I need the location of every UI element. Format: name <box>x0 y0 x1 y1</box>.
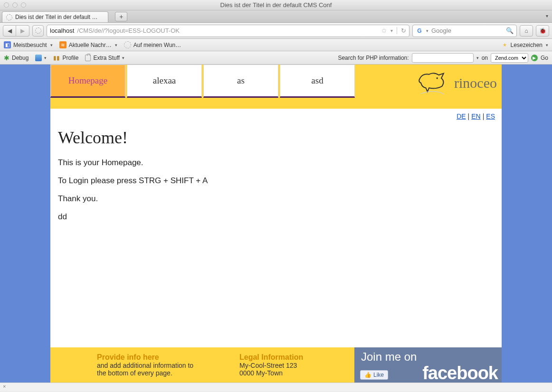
brand-text: rinoceo <box>454 75 497 91</box>
bookmark-label: Auf meinen Wun… <box>133 42 181 48</box>
status-close[interactable]: × <box>3 383 6 389</box>
footer-legal-line: 0000 My-Town <box>239 369 303 377</box>
php-search-label: Search for PHP information: <box>338 55 409 61</box>
google-icon: G <box>416 27 423 35</box>
page-content: Welcome! This is your Homepage. To Login… <box>50 120 502 235</box>
site-header: Homepage alexaa as asd rinoceo <box>50 65 502 109</box>
chevron-down-icon: ▾ <box>44 56 47 60</box>
extra-stuff-button[interactable]: Extra Stuff▾ <box>85 55 124 61</box>
search-placeholder: Google <box>431 27 451 34</box>
back-button[interactable]: ◀ <box>3 25 16 37</box>
bookmark-news[interactable]: ≋ Aktuelle Nachr… ▾ <box>59 41 117 48</box>
bookmark-label: Aktuelle Nachr… <box>69 42 112 48</box>
navigation-toolbar: ◀ ▶ localhost/CMS/de//?logout=ESS-LOGOUT… <box>0 23 552 39</box>
url-input[interactable]: localhost/CMS/de//?logout=ESS-LOGOUT-OK … <box>47 25 409 37</box>
site-container: Homepage alexaa as asd rinoceo DE|EN|ES … <box>50 65 502 383</box>
footer-legal-head: Legal Information <box>239 353 303 362</box>
url-path: /CMS/de//?logout=ESS-LOGOUT-OK <box>77 27 180 34</box>
php-site-select[interactable]: Zend.com <box>491 53 528 63</box>
nav-item-alexaa[interactable]: alexaa <box>127 65 202 98</box>
fb-like-button[interactable]: 👍 Like <box>360 370 388 380</box>
globe-spinner-icon <box>35 28 41 34</box>
home-button[interactable]: ⌂ <box>520 25 533 37</box>
page-viewport: Homepage alexaa as asd rinoceo DE|EN|ES … <box>0 65 552 383</box>
svg-point-0 <box>437 77 438 79</box>
image-icon <box>35 55 42 61</box>
bookmark-wishlist[interactable]: Auf meinen Wun… <box>124 41 181 48</box>
window-title: Dies ist der Titel in der default CMS Co… <box>0 1 552 9</box>
status-bar: × <box>0 383 552 391</box>
book-icon: ▮▮ <box>53 55 60 61</box>
page-heading: Welcome! <box>58 128 494 148</box>
search-input[interactable]: G ▾ Google 🔍 <box>412 25 517 37</box>
debug-button[interactable]: ✱Debug <box>4 54 29 62</box>
bug-icon: ✱ <box>4 54 10 62</box>
feed-icon[interactable]: ✩ <box>381 27 387 34</box>
footer-info-line: and add additional information to <box>97 362 222 369</box>
page-icon <box>124 41 131 48</box>
content-paragraph: This is your Homepage. <box>58 158 494 168</box>
facebook-logo-text: facebook <box>422 363 498 383</box>
chevron-down-icon: ▾ <box>122 56 124 60</box>
footer-info-head: Provide info here <box>97 353 222 362</box>
footer-legal: Legal Information My-Cool-Street 123 000… <box>231 347 312 383</box>
loading-spinner-icon <box>6 14 12 20</box>
nav-item-as[interactable]: as <box>203 65 278 98</box>
bookmark-label: Meistbesucht <box>13 42 47 48</box>
footer-info: Provide info here and add additional inf… <box>88 347 231 383</box>
profile-button[interactable]: ▮▮Profile <box>53 55 78 61</box>
chevron-down-icon[interactable]: ▾ <box>476 56 479 60</box>
nav-item-asd[interactable]: asd <box>280 65 355 98</box>
chevron-down-icon: ▾ <box>50 43 53 47</box>
chevron-down-icon: ▾ <box>115 43 117 47</box>
search-engine-caret-icon[interactable]: ▾ <box>426 28 428 33</box>
content-paragraph: Thank you. <box>58 194 494 204</box>
lang-en[interactable]: EN <box>471 112 480 120</box>
facebook-box[interactable]: Join me on facebook 👍 Like <box>354 347 502 383</box>
window-titlebar: Dies ist der Titel in der default CMS Co… <box>0 0 552 10</box>
footer-legal-line: My-Cool-Street 123 <box>239 362 303 369</box>
image-tool-button[interactable]: ▾ <box>35 55 47 61</box>
on-label: on <box>482 55 488 61</box>
php-search-input[interactable] <box>412 53 474 63</box>
bookmark-most-visited[interactable]: ◧ Meistbesucht ▾ <box>4 41 53 48</box>
fb-join-text: Join me on <box>361 350 495 364</box>
rss-icon: ≋ <box>59 41 67 48</box>
firebug-button[interactable]: 🐞 <box>536 25 549 37</box>
bookmark-label: Lesezeichen <box>511 42 542 48</box>
tab-title: Dies ist der Titel in der default … <box>15 14 97 20</box>
dropdown-caret-icon[interactable]: ▾ <box>390 28 393 33</box>
bookmarks-toolbar: ◧ Meistbesucht ▾ ≋ Aktuelle Nachr… ▾ Auf… <box>0 39 552 51</box>
content-paragraph: dd <box>58 212 494 222</box>
lang-es[interactable]: ES <box>486 112 495 120</box>
nav-item-homepage[interactable]: Homepage <box>50 65 125 98</box>
reload-button[interactable]: ↻ <box>397 27 406 34</box>
chevron-down-icon: ▾ <box>546 43 548 47</box>
go-button[interactable]: Go <box>541 55 548 61</box>
developer-toolbar: ✱Debug ▾ ▮▮Profile Extra Stuff▾ Search f… <box>0 51 552 65</box>
site-identity-button[interactable] <box>32 25 44 37</box>
forward-button[interactable]: ▶ <box>16 25 29 37</box>
language-switcher: DE|EN|ES <box>50 109 502 120</box>
most-visited-icon: ◧ <box>4 41 11 48</box>
url-host: localhost <box>50 27 74 34</box>
footer-info-line: the bottom of every page. <box>97 369 222 377</box>
site-footer: Provide info here and add additional inf… <box>50 347 502 383</box>
rhino-icon <box>416 68 448 98</box>
go-icon: ▶ <box>531 55 538 61</box>
search-icon[interactable]: 🔍 <box>506 27 514 34</box>
bookmarks-menu-button[interactable]: ★ Lesezeichen ▾ <box>501 41 548 48</box>
site-logo[interactable]: rinoceo <box>416 68 497 98</box>
new-tab-button[interactable]: + <box>115 12 127 21</box>
tab-menu-button[interactable]: ▾ <box>546 13 548 19</box>
clipboard-icon <box>85 55 91 61</box>
star-icon: ★ <box>501 41 508 48</box>
lang-de[interactable]: DE <box>457 112 466 120</box>
browser-tab[interactable]: Dies ist der Titel in der default … <box>2 11 108 22</box>
content-paragraph: To Login please press STRG + SHIFT + A <box>58 176 494 186</box>
tab-bar: Dies ist der Titel in der default … + ▾ <box>0 10 552 23</box>
thumbs-up-icon: 👍 <box>364 372 371 378</box>
